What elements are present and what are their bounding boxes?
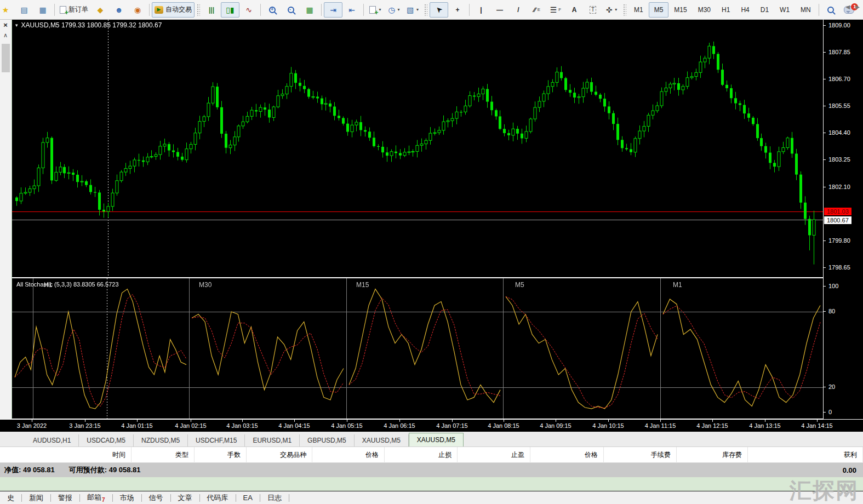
terminal-tab-6[interactable]: 文章: [171, 493, 199, 503]
equidistant-channel-icon[interactable]: ∕∕E: [528, 2, 546, 18]
chart-shift-icon[interactable]: ⇤: [342, 2, 361, 18]
chart-tab-gbpusd-m5[interactable]: GBPUSD,M5: [300, 434, 355, 446]
data-window-icon[interactable]: ▦: [33, 2, 52, 18]
price-chart-canvas[interactable]: [12, 20, 823, 277]
signals-icon[interactable]: ◉: [128, 2, 147, 18]
price-tick: [824, 25, 826, 26]
candlestick-chart-area[interactable]: ▾ XAUUSD,M5 1799.33 1800.85 1799.32 1800…: [12, 20, 823, 278]
terminal-tab-0[interactable]: 史: [0, 493, 21, 503]
column-header[interactable]: 手数: [195, 447, 247, 463]
column-header[interactable]: 时间: [0, 447, 132, 463]
indicators-button[interactable]: ▾: [366, 2, 385, 18]
chart-tab-nzdusd-m5[interactable]: NZDUSD,M5: [134, 434, 188, 446]
terminal-tab-5[interactable]: 信号: [142, 493, 170, 503]
favorites-icon[interactable]: ★: [0, 2, 15, 18]
fibonacci-icon[interactable]: ☰F: [546, 2, 565, 18]
column-header[interactable]: 获利: [748, 447, 863, 463]
chevron-down-icon[interactable]: ▾: [15, 22, 18, 28]
tf-m15[interactable]: M15: [668, 2, 692, 18]
time-label: 4 Jan 11:15: [645, 422, 676, 429]
arrows-tool-icon[interactable]: ✜▾: [602, 2, 621, 18]
column-header[interactable]: 类型: [132, 447, 195, 463]
text-tool-icon[interactable]: A: [565, 2, 584, 18]
indicator-tick: [824, 311, 826, 312]
chart-tab-eurusd-m1[interactable]: EURUSD,M1: [245, 434, 300, 446]
terminal-tab-1[interactable]: 新闻: [22, 493, 50, 503]
market-watch-icon[interactable]: ▤: [15, 2, 33, 18]
terminal-tab-3[interactable]: 邮箱7: [80, 492, 112, 503]
time-tick: [504, 420, 504, 422]
column-header[interactable]: 价格: [530, 447, 604, 463]
time-label: 4 Jan 09:15: [540, 422, 571, 429]
trade-list-empty-row: [0, 477, 863, 491]
terminal-tab-2[interactable]: 警报: [51, 493, 79, 503]
price-tick: [824, 187, 826, 187]
terminal-tab-4[interactable]: 市场: [113, 493, 141, 503]
toolbar-separator: [54, 4, 55, 16]
zoom-in-icon[interactable]: +: [263, 2, 282, 18]
tile-windows-icon[interactable]: ▦: [300, 2, 319, 18]
toolbar-separator: [260, 4, 261, 16]
column-header[interactable]: 交易品种: [247, 447, 312, 463]
chart-tab-audusd-h1[interactable]: AUDUSD,H1: [25, 434, 79, 446]
candlestick-chart-icon[interactable]: ▯▮: [221, 2, 239, 18]
scrollbar-thumb[interactable]: [2, 44, 10, 72]
terminal-tab-7[interactable]: 代码库: [200, 493, 236, 503]
tf-m5[interactable]: M5: [649, 2, 669, 18]
tab-scroll-arrows: ◀ ▶: [846, 4, 860, 10]
time-tick: [712, 420, 713, 422]
tf-mn[interactable]: MN: [795, 2, 816, 18]
profile-icon[interactable]: ☻: [110, 2, 128, 18]
line-chart-icon[interactable]: ∿: [239, 2, 258, 18]
chart-tab-usdchf-m15[interactable]: USDCHF,M15: [188, 434, 245, 446]
auto-trading-button[interactable]: ▶自动交易: [152, 2, 195, 18]
horizontal-line-icon[interactable]: —: [490, 2, 509, 18]
bar-chart-icon[interactable]: |||: [202, 2, 221, 18]
time-tick: [137, 420, 138, 422]
tab-scroll-right-icon[interactable]: ▶: [855, 4, 860, 10]
scroll-up-icon[interactable]: ∧: [0, 31, 11, 39]
column-header[interactable]: 止损: [385, 447, 458, 463]
time-axis[interactable]: 3 Jan 20223 Jan 23:154 Jan 01:154 Jan 02…: [0, 419, 863, 432]
price-tick: [824, 106, 826, 106]
terminal-tab-9[interactable]: 日志: [260, 493, 289, 503]
templates-button[interactable]: ▧▾: [403, 2, 422, 18]
time-label: 4 Jan 01:15: [121, 422, 153, 429]
time-label: 4 Jan 02:15: [175, 422, 207, 429]
chart-tab-usdcad-m5[interactable]: USDCAD,M5: [79, 434, 134, 446]
tf-d1[interactable]: D1: [755, 2, 774, 18]
column-header[interactable]: 手续费: [604, 447, 677, 463]
tf-m1[interactable]: M1: [628, 2, 649, 18]
time-label: 4 Jan 05:15: [331, 422, 363, 429]
search-icon[interactable]: [821, 2, 840, 18]
depth-of-market-icon[interactable]: ◆: [91, 2, 110, 18]
stochastic-canvas[interactable]: [12, 278, 823, 419]
section-label-m15: M15: [356, 281, 369, 289]
tf-h4[interactable]: H4: [735, 2, 755, 18]
column-header[interactable]: 价格: [312, 447, 385, 463]
tf-w1[interactable]: W1: [774, 2, 795, 18]
price-scale[interactable]: 1809.001807.851806.701805.551804.401803.…: [823, 20, 863, 419]
vertical-line-icon[interactable]: |: [472, 2, 490, 18]
periods-button[interactable]: ◷▾: [385, 2, 403, 18]
new-order-button[interactable]: 新订单: [57, 2, 91, 18]
price-tick: [824, 133, 826, 133]
auto-scroll-icon[interactable]: ⇥: [324, 2, 342, 18]
close-icon[interactable]: ×: [0, 20, 11, 31]
column-header[interactable]: 库存费: [677, 447, 748, 463]
chart-tab-xauusd-m5[interactable]: XAUUSD,M5: [355, 434, 409, 446]
trendline-icon[interactable]: /: [509, 2, 528, 18]
tf-h1[interactable]: H1: [716, 2, 735, 18]
column-header[interactable]: 止盈: [458, 447, 530, 463]
tab-scroll-left-icon[interactable]: ◀: [846, 4, 850, 10]
section-label-m1: M1: [673, 281, 682, 289]
depth-of-market-icon-glyph: ◆: [98, 6, 104, 14]
chart-tab-xauusd-m5-active[interactable]: XAUUSD,M5: [409, 433, 464, 446]
crosshair-icon[interactable]: +: [448, 2, 467, 18]
cursor-icon[interactable]: ➤: [430, 2, 448, 18]
zoom-out-icon[interactable]: -: [282, 2, 300, 18]
tf-m30[interactable]: M30: [693, 2, 716, 18]
text-label-icon[interactable]: T: [584, 2, 602, 18]
terminal-tab-ea[interactable]: EA: [236, 494, 260, 502]
stochastic-indicator-panel[interactable]: All Stochastic (5,3,3) 83.8305 66.5723 H…: [12, 278, 823, 419]
